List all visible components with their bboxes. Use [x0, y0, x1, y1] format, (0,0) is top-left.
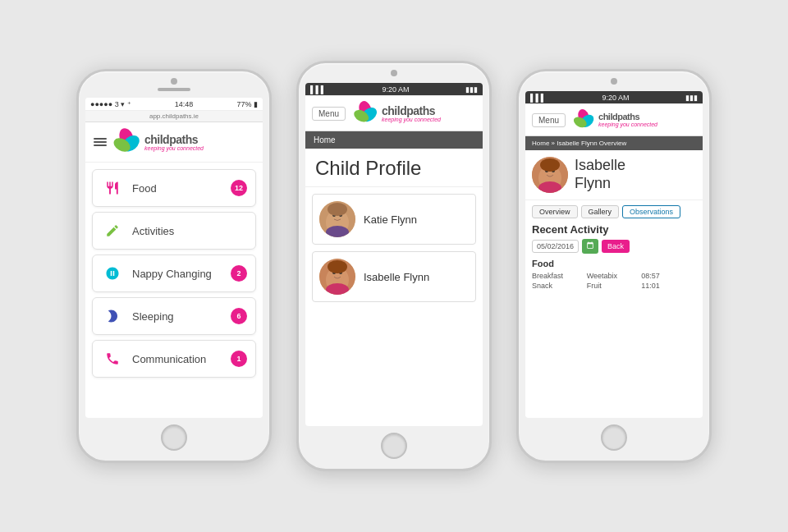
app-header-1: childpaths keeping you connected	[85, 122, 263, 163]
camera-dot-3	[611, 78, 617, 85]
menu-item-sleeping[interactable]: Sleeping 6	[92, 297, 256, 335]
phone-2-top	[299, 63, 489, 83]
phone-2-bottom	[381, 426, 407, 469]
scene: ●●●●● 3 ▾ ⁺ 14:48 77% ▮ app.childpaths.i…	[0, 0, 788, 532]
menu-item-activities[interactable]: Activities	[92, 212, 256, 250]
meal-name-0: Breakfast	[532, 272, 587, 280]
child-profile-title: Child Profile	[305, 149, 483, 187]
status-signal: ●●●●● 3 ▾ ⁺	[90, 100, 131, 108]
phone-2-status-bar: ▌▌▌ 9:20 AM ▮▮▮	[305, 83, 483, 96]
phone-2: ▌▌▌ 9:20 AM ▮▮▮ Menu childpaths keeping …	[296, 61, 492, 471]
menu-item-communication[interactable]: Communication 1	[92, 340, 256, 378]
menu-label-nappy: Nappy Changing	[132, 268, 231, 280]
logo-text-2: childpaths keeping you connected	[382, 105, 441, 122]
phone-3-screen: ▌▌▌ 9:20 AM ▮▮▮ Menu childpaths keeping …	[525, 91, 703, 418]
tabs-row: Overview Gallery Observations	[525, 200, 703, 218]
communication-icon	[101, 347, 124, 370]
phone-1-status-bar: ●●●●● 3 ▾ ⁺ 14:48 77% ▮	[85, 98, 263, 111]
badge-communication: 1	[231, 351, 247, 367]
logo-leaves-2	[352, 100, 378, 126]
tab-overview[interactable]: Overview	[532, 205, 578, 218]
meal-name-1: Snack	[532, 282, 587, 290]
logo-text-1: childpaths keeping you connected	[144, 134, 204, 151]
date-row: 05/02/2016 Back	[532, 239, 696, 254]
p3-time: 9:20 AM	[602, 94, 630, 102]
isabelle-face-p2	[319, 259, 355, 295]
tab-observations[interactable]: Observations	[622, 205, 680, 218]
menu-label-sleeping: Sleeping	[132, 310, 231, 323]
food-row-1: Snack Fruit 11:01	[532, 281, 696, 291]
logo-text-3: childpaths keeping you connected	[598, 112, 657, 127]
p2-battery: ▮▮▮	[465, 85, 478, 94]
sleeping-icon	[101, 305, 124, 328]
child-name-isabelle: Isabelle Flynn	[364, 271, 429, 283]
home-button-1[interactable]	[161, 424, 187, 451]
logo-tagline-3: keeping you connected	[598, 122, 657, 127]
meal-item-1: Fruit	[587, 282, 642, 290]
phone-3-header: Menu childpaths keeping you connected	[525, 104, 703, 136]
phone-1-screen: ●●●●● 3 ▾ ⁺ 14:48 77% ▮ app.childpaths.i…	[85, 98, 263, 418]
child-name-katie: Katie Flynn	[364, 213, 417, 226]
menu-button-2[interactable]: Menu	[312, 107, 346, 121]
badge-sleeping: 6	[231, 308, 247, 324]
logo-tagline-2: keeping you connected	[382, 117, 441, 122]
meal-item-0: Weetabix	[587, 272, 642, 280]
menu-button-3[interactable]: Menu	[532, 113, 566, 127]
url-bar: app.childpaths.ie	[85, 111, 263, 122]
food-icon	[101, 177, 124, 200]
status-time: 14:48	[175, 100, 194, 108]
phone-2-nav: Home	[305, 131, 483, 149]
svg-point-29	[540, 158, 560, 172]
camera-dot-2	[391, 70, 397, 76]
camera-dot-1	[171, 78, 177, 85]
back-button[interactable]: Back	[602, 240, 630, 253]
logo-3: childpaths keeping you connected	[572, 108, 657, 131]
meal-time-1: 11:01	[641, 282, 696, 290]
activities-icon	[101, 219, 124, 242]
food-section-title: Food	[532, 259, 696, 268]
phone-1-top	[79, 71, 269, 98]
calendar-button[interactable]	[582, 239, 598, 254]
svg-point-19	[328, 260, 347, 273]
child-card-isabelle[interactable]: Isabelle Flynn	[312, 251, 476, 302]
phone-3-top	[519, 71, 709, 91]
menu-label-activities: Activities	[132, 225, 247, 237]
p3-signal: ▌▌▌	[530, 94, 546, 102]
avatar-isabelle-p3	[532, 157, 568, 193]
logo-name-3: childpaths	[598, 112, 657, 122]
phone-1-bottom	[161, 418, 187, 461]
breadcrumb-bar: Home » Isabelle Flynn Overview	[525, 136, 703, 150]
profile-name: IsabelleFlynn	[575, 157, 625, 192]
p2-signal: ▌▌▌	[310, 85, 326, 94]
p2-time: 9:20 AM	[383, 85, 410, 94]
phone-3-status-bar: ▌▌▌ 9:20 AM ▮▮▮	[525, 91, 703, 104]
recent-activity: Recent Activity 05/02/2016 Back Food Bre…	[525, 218, 703, 296]
menu-item-food[interactable]: Food 12	[92, 169, 256, 207]
home-button-2[interactable]	[381, 433, 407, 459]
date-display[interactable]: 05/02/2016	[532, 240, 579, 253]
profile-section: IsabelleFlynn	[525, 150, 703, 200]
katie-face	[319, 201, 355, 237]
tab-gallery[interactable]: Gallery	[581, 205, 620, 218]
food-row-0: Breakfast Weetabix 08:57	[532, 271, 696, 281]
meal-time-0: 08:57	[641, 272, 696, 280]
menu-item-nappy[interactable]: Nappy Changing 2	[92, 255, 256, 292]
speaker-bar-1	[158, 88, 190, 91]
logo-1: childpaths keeping you connected	[112, 127, 204, 157]
menu-label-communication: Communication	[132, 353, 231, 365]
home-button-3[interactable]	[601, 424, 627, 451]
logo-name-1: childpaths	[144, 134, 204, 145]
logo-name-2: childpaths	[382, 105, 441, 117]
phone-1: ●●●●● 3 ▾ ⁺ 14:48 77% ▮ app.childpaths.i…	[76, 69, 272, 463]
badge-food: 12	[231, 180, 247, 196]
logo-2: childpaths keeping you connected	[352, 100, 441, 126]
child-cards-list: Katie Flynn	[305, 187, 483, 426]
hamburger-icon[interactable]	[94, 138, 107, 146]
status-battery: 77% ▮	[236, 100, 258, 108]
recent-activity-title: Recent Activity	[532, 223, 696, 236]
child-card-katie[interactable]: Katie Flynn	[312, 194, 476, 245]
avatar-katie	[319, 201, 355, 237]
isabelle-face-p3	[532, 157, 568, 193]
phone-2-header: Menu childpaths keeping you connected	[305, 96, 483, 131]
menu-list: Food 12 Activities Nappy Changing 2	[85, 163, 263, 418]
